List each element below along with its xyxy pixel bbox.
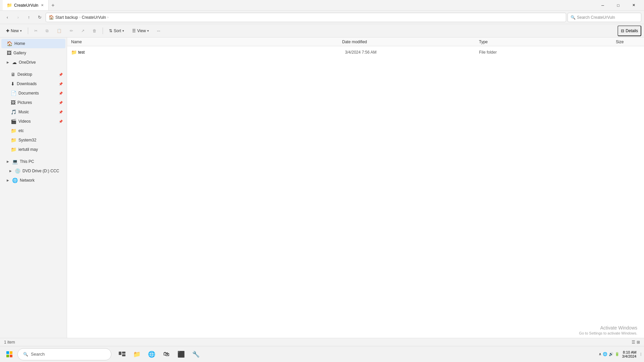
item-count: 1 item	[4, 340, 15, 345]
close-button[interactable]: ✕	[626, 0, 641, 11]
column-headers: Name Date modified Type Size	[67, 38, 644, 46]
network-expand-icon: ▶	[7, 179, 10, 182]
breadcrumb-item-current[interactable]: CreateUrVuln	[82, 15, 106, 20]
edge-taskbar-button[interactable]: 🌐	[145, 348, 158, 361]
volume-tray-icon[interactable]: 🔊	[609, 352, 613, 356]
battery-tray-icon[interactable]: 🔋	[615, 352, 620, 356]
view-button[interactable]: ☰ View ▾	[129, 25, 152, 36]
sidebar-item-pictures[interactable]: 🖼 Pictures 📌	[1, 98, 65, 107]
sidebar-item-iertutil[interactable]: 📁 iertutil may	[1, 145, 65, 154]
details-button[interactable]: ⊟ Details	[618, 25, 641, 36]
tray-arrow-icon[interactable]: ∧	[599, 352, 601, 356]
breadcrumb-item-start-backup[interactable]: Start backup	[55, 15, 78, 20]
taskbar-search-bar[interactable]: 🔍 Search	[17, 348, 111, 360]
breadcrumb-home-icon: 🏠	[49, 15, 54, 20]
new-tab-button[interactable]: +	[49, 2, 57, 8]
sidebar-item-documents[interactable]: 📄 Documents 📌	[1, 88, 65, 98]
network-tray-icon[interactable]: 🌐	[603, 352, 607, 356]
active-tab[interactable]: 📁 CreateUrVuln ✕	[3, 0, 49, 10]
sidebar-item-etc[interactable]: 📁 etc	[1, 126, 65, 135]
toolbar-separator-1	[28, 27, 28, 34]
view-icon: ☰	[132, 28, 136, 33]
thispc-icon: 💻	[12, 159, 18, 164]
cut-button[interactable]: ✂	[31, 25, 41, 36]
task-view-button[interactable]	[115, 348, 129, 361]
desktop-pin-icon: 📌	[59, 73, 63, 76]
system32-folder-icon: 📁	[11, 137, 16, 143]
home-icon: 🏠	[7, 41, 12, 46]
table-row[interactable]: 📁 test 3/4/2024 7:56 AM File folder	[68, 48, 643, 57]
clock-time: 8:10 AM	[623, 350, 636, 354]
svg-rect-1	[10, 351, 12, 354]
list-view-icon[interactable]: ☰	[632, 340, 635, 345]
start-button[interactable]	[3, 348, 16, 361]
onedrive-expand-icon: ▶	[7, 61, 10, 64]
sidebar-item-onedrive[interactable]: ▶ ☁ OneDrive	[1, 58, 65, 67]
folder-icon: 📁	[71, 50, 77, 55]
file-explorer-taskbar-button[interactable]: 📁	[130, 348, 144, 361]
windows-logo-icon	[6, 351, 13, 358]
rename-button[interactable]: ✏	[66, 25, 76, 36]
search-bar[interactable]: 🔍 Search CreateUrVuln	[568, 13, 641, 22]
sort-chevron-icon: ▾	[122, 29, 124, 33]
share-button[interactable]: ↗	[78, 25, 88, 36]
terminal-taskbar-button[interactable]: ⬛	[174, 348, 188, 361]
new-button[interactable]: ✚ New ▾	[3, 25, 25, 36]
sidebar-item-thispc[interactable]: ▶ 💻 This PC	[1, 157, 65, 166]
more-button[interactable]: ···	[154, 25, 164, 36]
desktop-icon: 🖥	[11, 72, 15, 77]
app-taskbar-button[interactable]: 🔧	[189, 348, 203, 361]
taskbar-right: ∧ 🌐 🔊 🔋 8:10 AM 3/4/2024 |	[599, 350, 641, 358]
sidebar-item-videos[interactable]: 🎬 Videos 📌	[1, 117, 65, 126]
sidebar: 🏠 Home 🖼 Gallery ▶ ☁ OneDrive 🖥 Desktop …	[0, 38, 67, 338]
svg-rect-4	[119, 352, 121, 355]
status-bar: 1 item ☰ ⊞	[0, 338, 644, 346]
column-name-header[interactable]: Name	[70, 40, 341, 44]
sidebar-item-gallery[interactable]: 🖼 Gallery	[1, 48, 65, 58]
store-taskbar-button[interactable]: 🛍	[160, 348, 173, 361]
clock-date: 3/4/2024	[622, 354, 637, 358]
network-icon: 🌐	[12, 178, 18, 183]
forward-button[interactable]: ›	[13, 13, 23, 22]
column-type-header[interactable]: Type	[478, 40, 614, 44]
sidebar-item-system32[interactable]: 📁 System32	[1, 135, 65, 145]
up-button[interactable]: ↑	[24, 13, 34, 22]
svg-rect-5	[122, 352, 125, 354]
svg-rect-0	[6, 351, 9, 354]
tab-strip: 📁 CreateUrVuln ✕ +	[3, 0, 57, 10]
refresh-button[interactable]: ↻	[35, 13, 44, 22]
sidebar-item-network[interactable]: ▶ 🌐 Network	[1, 176, 65, 185]
sidebar-item-dvddrive[interactable]: ▶ 💿 DVD Drive (D:) CCC	[1, 166, 65, 176]
title-bar: 📁 CreateUrVuln ✕ + ─ □ ✕	[0, 0, 644, 11]
minimize-button[interactable]: ─	[595, 0, 610, 11]
toolbar-separator-2	[103, 27, 103, 34]
column-date-header[interactable]: Date modified	[341, 40, 478, 44]
delete-button[interactable]: 🗑	[89, 25, 100, 36]
taskbar-search-placeholder: Search	[31, 352, 45, 357]
breadcrumb-sep-2: ›	[107, 15, 108, 19]
iertutil-folder-icon: 📁	[11, 147, 16, 152]
copy-button[interactable]: ⧉	[42, 25, 52, 36]
documents-icon: 📄	[11, 90, 16, 96]
toolbar-right: ⊟ Details	[618, 25, 641, 36]
sidebar-item-music[interactable]: 🎵 Music 📌	[1, 107, 65, 117]
sort-button[interactable]: ⇅ Sort ▾	[106, 25, 127, 36]
show-desktop-button[interactable]: |	[639, 352, 641, 356]
music-icon: 🎵	[11, 109, 16, 115]
tab-close-button[interactable]: ✕	[40, 3, 44, 8]
dvddrive-icon: 💿	[15, 168, 20, 174]
gallery-icon: 🖼	[7, 50, 11, 56]
window-controls: ─ □ ✕	[595, 0, 641, 11]
sort-icon: ⇅	[109, 28, 112, 33]
system-clock[interactable]: 8:10 AM 3/4/2024	[622, 350, 637, 358]
sidebar-item-home[interactable]: 🏠 Home	[1, 39, 65, 48]
back-button[interactable]: ‹	[3, 13, 12, 22]
breadcrumb[interactable]: 🏠 Start backup › CreateUrVuln ›	[46, 13, 566, 22]
sidebar-item-desktop[interactable]: 🖥 Desktop 📌	[1, 70, 65, 79]
sidebar-item-downloads[interactable]: ⬇ Downloads 📌	[1, 79, 65, 88]
grid-view-icon[interactable]: ⊞	[637, 340, 640, 345]
column-size-header[interactable]: Size	[614, 40, 641, 44]
downloads-icon: ⬇	[11, 81, 15, 86]
paste-button[interactable]: 📋	[53, 25, 65, 36]
maximize-button[interactable]: □	[610, 0, 626, 11]
